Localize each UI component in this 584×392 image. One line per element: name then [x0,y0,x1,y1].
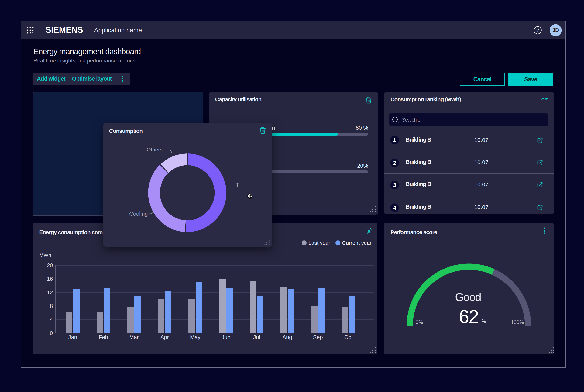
svg-text:?: ? [536,28,539,33]
